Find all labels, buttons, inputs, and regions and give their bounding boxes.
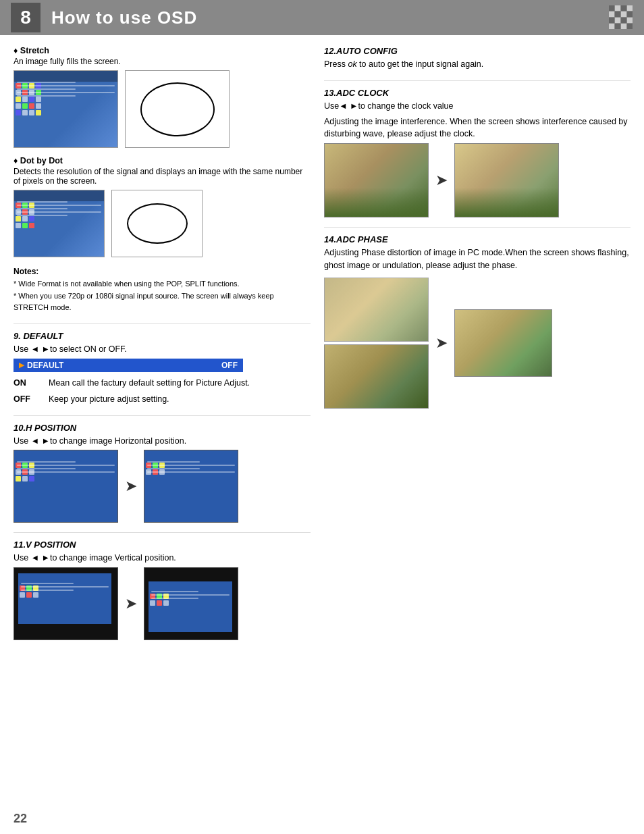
default-bar-off-value: OFF: [221, 361, 238, 370]
main-content: ♦ Stretch An image fully fills the scree…: [0, 35, 644, 660]
notes-box: Notes: * Wide Format is not available wh…: [14, 265, 311, 314]
adc-phase-arrow-icon: ➤: [435, 334, 448, 352]
left-column: ♦ Stretch An image fully fills the scree…: [14, 46, 311, 650]
adc-phase-before-col: [324, 278, 429, 409]
notes-line2: * When you use 720p or 1080i signal inpu…: [14, 290, 311, 314]
dot-by-dot-desc: Detects the resolution of the signal and…: [14, 167, 311, 186]
adc-clock-images: ➤: [324, 143, 630, 217]
v-position-use-text: Use ◄ ►to change image Vertical position…: [14, 552, 311, 565]
v-position-images: ➤: [14, 567, 311, 640]
default-on-desc: Mean call the factury default setting fo…: [49, 376, 311, 390]
default-off-desc: Keep your picture adjust setting.: [49, 392, 311, 406]
v-position-title: 11.V POSITION: [14, 540, 311, 550]
auto-config-title: 12.AUTO CONFIG: [324, 46, 630, 56]
default-section: 9. DEFAULT Use ◄ ►to select ON or OFF. ▶…: [14, 331, 311, 406]
h-position-section: 10.H POSITION Use ◄ ►to change image Hor…: [14, 423, 311, 523]
vpos-after-image: [144, 567, 238, 640]
adc-clock-title: 13.ADC CLOCK: [324, 88, 630, 98]
h-position-images: ➤: [14, 450, 311, 523]
stretch-before-image: [14, 70, 118, 148]
default-section-title: 9. DEFAULT: [14, 331, 311, 341]
page-number: 8: [20, 7, 31, 28]
stretch-title: ♦ Stretch: [14, 46, 311, 55]
auto-config-desc: Press ok to auto get the input signal ag…: [324, 58, 630, 71]
stretch-desc: An image fully fills the screen.: [14, 57, 311, 66]
adc-clock-section: 13.ADC CLOCK Use◄ ►to change the clock v…: [324, 88, 630, 217]
default-off-key: OFF: [14, 392, 38, 406]
adc-phase-desc: Adjusting Phase distortion of image in P…: [324, 246, 630, 272]
vpos-before-image: [14, 567, 118, 640]
default-bar: ▶ DEFAULT OFF: [14, 359, 243, 372]
v-position-section: 11.V POSITION Use ◄ ►to change image Ver…: [14, 540, 311, 640]
adc-clock-arrow-icon: ➤: [435, 172, 448, 189]
adc-phase-before-top: [324, 278, 429, 342]
dot-by-dot-images: [14, 190, 311, 257]
adc-phase-title: 14.ADC PHASE: [324, 234, 630, 244]
dotbydot-after-image: [111, 190, 203, 257]
default-use-text: Use ◄ ►to select ON or OFF.: [14, 343, 311, 356]
default-off-row: OFF Keep your picture adjust setting.: [14, 392, 311, 406]
adc-clock-desc: Adjusting the image interference. When t…: [324, 115, 630, 141]
adc-clock-after-image: [454, 143, 559, 217]
dotbydot-before-image: [14, 190, 105, 257]
page-footer-number: 22: [14, 812, 27, 826]
notes-line1: * Wide Format is not available when usin…: [14, 278, 311, 290]
stretch-after-image: [125, 70, 230, 148]
stretch-oval: [140, 82, 215, 136]
h-position-arrow-icon: ➤: [125, 477, 137, 495]
dot-by-dot-title: ♦ Dot by Dot: [14, 156, 311, 165]
adc-phase-before-bot: [324, 344, 429, 409]
h-position-title: 10.H POSITION: [14, 423, 311, 433]
default-on-row: ON Mean call the factury default setting…: [14, 376, 311, 390]
adc-phase-section: 14.ADC PHASE Adjusting Phase distortion …: [324, 234, 630, 409]
page-header: 8 How to use OSD: [0, 0, 644, 35]
default-bar-label-group: ▶ DEFAULT: [19, 361, 63, 370]
h-position-use-text: Use ◄ ►to change image Horizontal positi…: [14, 435, 311, 448]
stretch-images: [14, 70, 311, 148]
adc-clock-use: Use◄ ►to change the clock value: [324, 100, 630, 113]
hpos-before-image: [14, 450, 118, 523]
default-triangle-icon: ▶: [19, 361, 24, 369]
adc-clock-before-image: [324, 143, 429, 217]
v-position-arrow-icon: ➤: [125, 595, 137, 613]
hpos-after-image: [144, 450, 238, 523]
default-on-key: ON: [14, 376, 38, 390]
header-decorative-icon: [609, 5, 633, 30]
adc-phase-after-image: [454, 309, 552, 377]
page-number-badge: 8: [11, 3, 41, 32]
adc-phase-images: ➤: [324, 278, 630, 409]
notes-title: Notes:: [14, 265, 311, 278]
dotbydot-oval: [127, 203, 188, 244]
default-table: ON Mean call the factury default setting…: [14, 376, 311, 406]
right-column: 12.AUTO CONFIG Press ok to auto get the …: [324, 46, 630, 650]
auto-config-section: 12.AUTO CONFIG Press ok to auto get the …: [324, 46, 630, 71]
page-title: How to use OSD: [51, 7, 197, 28]
default-bar-label: DEFAULT: [27, 361, 63, 370]
